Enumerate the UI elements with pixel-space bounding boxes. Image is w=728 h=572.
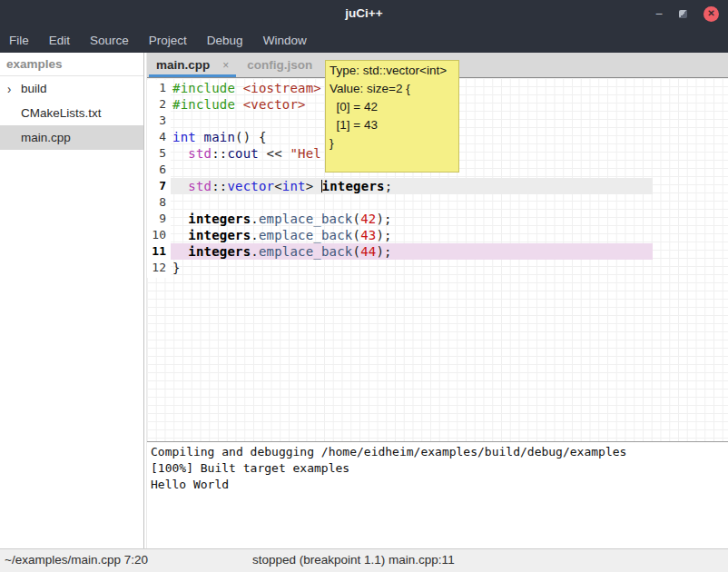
compile-output-panel[interactable]: Compiling and debugging /home/eidheim/ex… [147, 441, 728, 548]
code-token: int [282, 179, 306, 193]
code-token: vector [227, 179, 274, 193]
code-line[interactable]: integers.emplace_back(44); [171, 243, 653, 260]
expander-icon[interactable]: › [7, 74, 11, 103]
line-number[interactable]: 3 [147, 113, 171, 129]
tooltip-line: Value: size=2 { [330, 80, 458, 98]
close-icon[interactable]: ✕ [703, 6, 719, 22]
status-bar: ~/examples/main.cpp 7:20 stopped (breakp… [0, 548, 728, 572]
menu-item-window[interactable]: Window [263, 34, 307, 47]
project-root-label: examples [0, 53, 143, 76]
line-number[interactable]: 2 [147, 96, 171, 113]
code-token: } [172, 261, 181, 275]
code-token: ( [352, 212, 360, 226]
code-token: <vector> [243, 97, 306, 112]
code-token: std [188, 146, 212, 161]
titlebar[interactable]: juCi++ − ✕ [0, 0, 728, 27]
tab-label: config.json [247, 58, 312, 72]
sidebar-item-main.cpp[interactable]: main.cpp [0, 125, 143, 150]
code-token [172, 212, 188, 226]
code-token [172, 146, 188, 161]
file-tree-sidebar: examples ›buildCMakeLists.txtmain.cpp [0, 53, 143, 548]
sidebar-item-label: build [21, 76, 47, 101]
tab-label: main.cpp [156, 58, 210, 72]
code-token [172, 228, 188, 242]
line-number[interactable]: 5 [147, 145, 171, 162]
code-token: integers [188, 244, 251, 259]
code-line[interactable]: std::vector<int> integers; [171, 178, 653, 194]
code-token: << [259, 146, 290, 161]
code-token: int [172, 130, 196, 144]
code-token: ); [376, 244, 391, 259]
line-number[interactable]: 1 [147, 80, 171, 96]
tooltip-line: } [330, 134, 458, 153]
menu-item-edit[interactable]: Edit [49, 34, 70, 47]
code-token: > [306, 179, 321, 193]
output-line: Compiling and debugging /home/eidheim/ex… [151, 444, 728, 460]
code-line[interactable] [171, 194, 653, 211]
code-token: "Hel [290, 146, 321, 161]
tooltip-line: [1] = 43 [330, 116, 458, 134]
code-token: < [274, 179, 282, 193]
restore-icon[interactable] [679, 10, 687, 18]
code-token: integers [188, 228, 251, 242]
code-token: cout [227, 146, 259, 161]
code-token [196, 130, 204, 144]
code-token: integers [322, 179, 385, 193]
line-number[interactable]: 11 [147, 243, 171, 260]
line-number[interactable]: 12 [147, 260, 171, 276]
code-token: :: [212, 179, 227, 193]
code-token [172, 244, 188, 259]
code-token: ); [376, 228, 391, 242]
line-number-gutter[interactable]: 123456789101112 [147, 80, 171, 278]
code-token: integers [188, 212, 251, 226]
code-token: . [251, 244, 259, 259]
code-token: . [251, 228, 259, 242]
output-line: Hello World [151, 477, 728, 493]
status-debug-state: stopped (breakpoint 1.1) main.cpp:11 [252, 553, 455, 567]
code-token: ( [352, 228, 360, 242]
code-token: 44 [360, 244, 376, 259]
tooltip-line: [0] = 42 [330, 98, 458, 116]
code-line[interactable]: } [171, 260, 653, 276]
code-token: ; [385, 179, 393, 193]
code-line[interactable]: integers.emplace_back(43); [171, 227, 653, 243]
status-file-position: ~/examples/main.cpp 7:20 [5, 553, 148, 567]
code-token: () { [235, 130, 267, 144]
menu-item-project[interactable]: Project [149, 34, 187, 47]
code-token: #include [172, 81, 235, 95]
line-number[interactable]: 10 [147, 227, 171, 243]
code-token: std [188, 179, 212, 193]
sidebar-item-cmakelists.txt[interactable]: CMakeLists.txt [0, 101, 143, 125]
sidebar-item-build[interactable]: ›build [0, 76, 143, 101]
tab-config.json[interactable]: config.json [238, 53, 321, 77]
line-number[interactable]: 6 [147, 162, 171, 178]
output-line: [100%] Built target examples [151, 460, 728, 477]
code-token: #include [172, 97, 235, 112]
tooltip-line: Type: std::vector<int> [330, 62, 458, 80]
code-token [235, 81, 243, 95]
sidebar-item-label: CMakeLists.txt [21, 101, 102, 125]
minimize-icon[interactable]: − [655, 7, 663, 20]
sidebar-item-label: main.cpp [21, 125, 71, 150]
line-number[interactable]: 8 [147, 194, 171, 211]
code-line[interactable]: integers.emplace_back(42); [171, 211, 653, 227]
menu-item-debug[interactable]: Debug [207, 34, 243, 47]
code-token: 42 [360, 212, 376, 226]
code-token: ( [352, 244, 360, 259]
code-token: main [204, 130, 236, 144]
tab-main.cpp[interactable]: main.cpp× [147, 53, 238, 77]
code-token: emplace_back [259, 228, 353, 242]
line-number[interactable]: 7 [147, 178, 171, 194]
tab-close-icon[interactable]: × [222, 59, 229, 72]
line-number[interactable]: 9 [147, 211, 171, 227]
code-token: :: [212, 146, 227, 161]
menu-item-source[interactable]: Source [90, 34, 129, 47]
line-number[interactable]: 4 [147, 129, 171, 145]
juci-window: juCi++ − ✕ FileEditSourceProjectDebugWin… [0, 0, 728, 572]
code-token: . [251, 212, 259, 226]
code-token [235, 97, 243, 112]
code-token: <iostream> [243, 81, 321, 95]
code-token: 43 [360, 228, 376, 242]
code-token: ); [376, 212, 391, 226]
menu-item-file[interactable]: File [9, 34, 29, 47]
